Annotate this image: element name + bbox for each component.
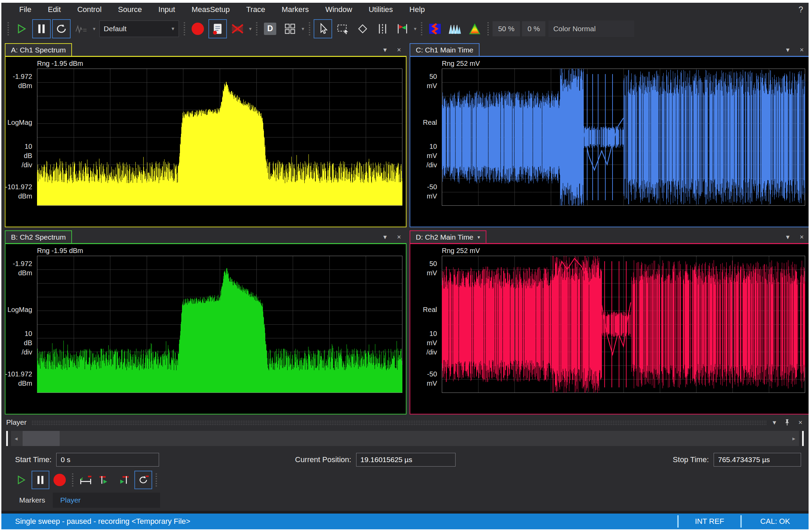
window-menu-caret-icon[interactable]: ▾ <box>786 233 789 241</box>
window-close-icon[interactable]: × <box>397 233 401 241</box>
window-tab-a[interactable]: A: Ch1 Spectrum <box>5 43 72 56</box>
chevron-down-icon[interactable]: ▾ <box>302 26 304 32</box>
chevron-down-icon[interactable]: ▾ <box>249 26 252 32</box>
window-close-icon[interactable]: × <box>800 233 804 241</box>
scroll-left-arrow[interactable]: ◂ <box>11 431 21 446</box>
current-position-input[interactable]: 19.16015625 µs <box>356 453 456 467</box>
pause-button[interactable] <box>32 19 51 38</box>
waterfall-button[interactable] <box>446 19 464 38</box>
panel-drag-texture[interactable] <box>32 420 767 426</box>
discard-recording-button[interactable] <box>228 19 247 38</box>
menu-utilities[interactable]: Utilities <box>360 4 401 15</box>
menu-meassetup[interactable]: MeasSetup <box>183 4 238 15</box>
trace-format-label: Real <box>410 119 437 127</box>
menu-edit[interactable]: Edit <box>39 4 69 15</box>
loop-end-marker[interactable] <box>802 431 804 446</box>
recording-file-button[interactable] <box>208 19 227 38</box>
window-layout-button[interactable] <box>281 19 299 38</box>
preset-value: Default <box>104 25 127 33</box>
chevron-down-icon[interactable]: ▾ <box>414 26 417 32</box>
toolbar-grip <box>487 22 489 35</box>
tab-markers[interactable]: Markers <box>12 493 53 508</box>
y-axis-top-unit: dBm <box>5 269 32 277</box>
trace-zoom-percent[interactable]: 50 % <box>493 21 520 36</box>
stop-time-label: Stop 3.8188 uSec <box>749 226 804 227</box>
play-to-icon <box>117 475 131 485</box>
pin-icon[interactable] <box>784 419 790 426</box>
trace-offset-percent[interactable]: 0 % <box>522 21 545 36</box>
restart-button[interactable] <box>52 19 71 38</box>
menu-window[interactable]: Window <box>317 4 360 15</box>
scale-per-div-suffix: /div <box>410 348 437 356</box>
band-marker-button[interactable] <box>373 19 392 38</box>
play-from-start-button[interactable] <box>96 471 114 489</box>
window-tab-c[interactable]: C: Ch1 Main Time <box>410 43 480 56</box>
single-trace-window-button[interactable]: D <box>261 19 279 38</box>
window-menu-caret-icon[interactable]: ▾ <box>786 46 789 54</box>
window-title: A: Ch1 Spectrum <box>11 46 66 54</box>
spectrum-plot-a[interactable] <box>37 69 402 206</box>
stop-time-input[interactable]: 765.4734375 µs <box>714 453 801 467</box>
scale-per-div-unit: mV <box>410 339 437 347</box>
player-record-button[interactable] <box>51 471 69 489</box>
help-icon[interactable]: ? <box>799 5 803 14</box>
video-discard-icon <box>231 23 244 35</box>
window-close-icon[interactable]: × <box>800 46 804 54</box>
player-play-button[interactable] <box>12 471 30 489</box>
recording-document-icon <box>211 23 224 35</box>
panel-menu-caret-icon[interactable]: ▾ <box>773 418 776 426</box>
menu-file[interactable]: File <box>11 4 39 15</box>
sweep-settings-button-disabled[interactable] <box>72 19 90 38</box>
select-cursor-button[interactable] <box>314 19 332 38</box>
x-axis-annotations: Start 0 Sec Stop 3.8188 uSec <box>442 394 804 414</box>
menu-help[interactable]: Help <box>401 4 433 15</box>
chevron-down-icon[interactable]: ▾ <box>93 26 96 32</box>
color-mode-dropdown[interactable]: Color Normal <box>548 21 634 37</box>
trace-window-d: D: Ch2 Main Time ▾ ▾ × Rng 252 mV 50 mV … <box>410 229 809 414</box>
window-d-icon: D <box>264 23 276 35</box>
window-close-icon[interactable]: × <box>397 46 401 54</box>
marker-flags-button[interactable] <box>393 19 412 38</box>
record-button[interactable] <box>189 19 207 38</box>
time-plot-c[interactable] <box>442 69 805 206</box>
player-pause-button[interactable] <box>32 471 49 489</box>
marker-diamond-button[interactable] <box>353 19 372 38</box>
time-plot-d[interactable] <box>442 256 805 393</box>
playback-range-button[interactable] <box>77 471 95 489</box>
window-menu-caret-icon[interactable]: ▾ <box>383 233 387 241</box>
start-time-input[interactable]: 0 s <box>56 453 159 467</box>
loop-playback-button[interactable] <box>134 471 152 489</box>
y-axis-bottom-unit: mV <box>410 380 437 387</box>
window-titlebar: C: Ch1 Main Time ▾ × <box>410 42 809 56</box>
scrollbar-track[interactable]: ◂ ▸ <box>11 431 799 446</box>
scale-per-div-value: 10 <box>5 143 32 150</box>
y-axis-labels: 50 mV Real 10 mV /div -50 mV <box>410 256 439 393</box>
density-button[interactable] <box>465 19 484 38</box>
spectrogram-icon <box>429 23 441 34</box>
spectrum-plot-b[interactable] <box>37 256 402 393</box>
scroll-right-arrow[interactable]: ▸ <box>789 431 799 446</box>
y-axis-top-value: -1.972 <box>5 73 32 81</box>
window-tab-d[interactable]: D: Ch2 Main Time ▾ <box>410 230 486 243</box>
menu-control[interactable]: Control <box>69 4 110 15</box>
menu-trace[interactable]: Trace <box>238 4 273 15</box>
calibration-status: CAL: OK <box>742 517 809 526</box>
zoom-select-button[interactable] <box>334 19 352 38</box>
scrollbar-thumb[interactable] <box>23 431 60 446</box>
spectrogram-button[interactable] <box>426 19 444 38</box>
play-button[interactable] <box>12 19 31 38</box>
window-tab-b[interactable]: B: Ch2 Spectrum <box>5 230 72 243</box>
preset-dropdown[interactable]: Default ▾ <box>99 21 179 37</box>
menu-markers[interactable]: Markers <box>274 4 317 15</box>
menu-source[interactable]: Source <box>110 4 150 15</box>
scale-per-div-unit: dB <box>5 339 32 347</box>
tab-player[interactable]: Player <box>53 493 88 508</box>
menu-input[interactable]: Input <box>150 4 183 15</box>
play-to-marker-button[interactable] <box>115 471 133 489</box>
panel-close-icon[interactable]: × <box>798 419 802 426</box>
menu-bar: File Edit Control Source Input MeasSetup… <box>1 3 809 16</box>
toolbar-grip <box>256 22 257 35</box>
chevron-down-icon[interactable]: ▾ <box>477 234 480 240</box>
loop-start-marker[interactable] <box>6 431 8 446</box>
window-menu-caret-icon[interactable]: ▾ <box>383 46 387 54</box>
